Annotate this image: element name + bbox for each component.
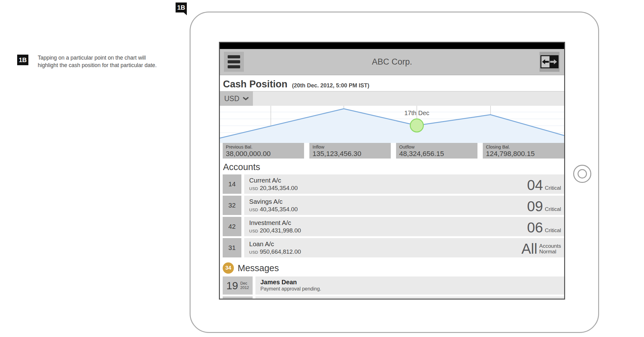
account-count: 42	[223, 217, 241, 236]
account-row-current[interactable]: 14 Current A/c USD20,345,354.00 04 Criti…	[223, 174, 564, 194]
app-title: ABC Corp.	[372, 57, 412, 67]
currency-dropdown[interactable]: USD	[220, 91, 253, 106]
account-amount: 950,664,812.00	[260, 248, 301, 255]
account-currency: USD	[249, 208, 258, 212]
account-name: Loan A/c	[249, 240, 301, 248]
cash-position-chart[interactable]: 17th Dec	[220, 106, 564, 143]
message-date: 19 Dec 2012	[223, 276, 253, 295]
account-amount: 40,345,354.00	[260, 206, 298, 212]
messages-badge: 34	[223, 262, 234, 274]
messages-title: Messages	[238, 263, 279, 273]
message-sender: James Dean	[260, 279, 564, 286]
hamburger-icon	[228, 55, 240, 58]
annotation-tag-top: 1B	[176, 2, 187, 12]
messages-heading: 34 Messages	[220, 259, 564, 276]
account-name: Current A/c	[249, 177, 298, 184]
message-sender: John Smith	[260, 299, 564, 300]
tablet-frame: ABC Corp. Cash Position (20th Dec. 2012,	[190, 12, 599, 333]
chevron-down-icon	[243, 97, 249, 100]
account-name: Savings A/c	[249, 198, 298, 205]
area-chart[interactable]	[220, 106, 564, 143]
currency-bar: USD	[220, 91, 564, 106]
account-count: 14	[223, 174, 241, 194]
cash-position-heading: Cash Position (20th Dec. 2012, 5:00 PM I…	[220, 75, 564, 91]
account-currency: USD	[249, 186, 258, 191]
account-count: 31	[223, 238, 241, 257]
annotation-note: Tapping on a particular point on the cha…	[38, 54, 159, 69]
cash-stats-row: Previous Bal. 38,000,000.00 Inflow 135,1…	[220, 143, 564, 159]
account-row-savings[interactable]: 32 Savings A/c USD40,345,354.00 09 Criti…	[223, 196, 564, 215]
message-row[interactable]: 19 Dec 2012 James Dean Payment approval …	[223, 276, 564, 295]
arrow-left-icon	[541, 56, 550, 67]
message-row[interactable]: 19 Dec 2012 John Smith	[223, 296, 564, 300]
account-status: All Accounts Normal	[521, 240, 561, 257]
account-row-investment[interactable]: 42 Investment A/c USD200,431,998.00 06 C…	[223, 217, 564, 236]
account-status: 09 Critical	[527, 198, 561, 215]
annotation-tag-top-label: 1B	[177, 4, 185, 11]
app-header: ABC Corp.	[220, 49, 564, 75]
page-title: Cash Position	[223, 79, 288, 90]
annotation-tag-side-label: 1B	[19, 56, 27, 64]
account-name: Investment A/c	[249, 219, 301, 227]
stat-closing-balance: Closing Bal. 124,798,800.15	[483, 143, 564, 159]
message-preview: Payment approval pending.	[260, 286, 564, 292]
arrow-right-icon	[550, 56, 558, 67]
page: 1B 1B Tapping on a particular point on t…	[0, 0, 644, 337]
account-row-loan[interactable]: 31 Loan A/c USD950,664,812.00 All Accoun…	[223, 238, 564, 257]
account-amount: 20,345,354.00	[260, 185, 298, 191]
currency-value: USD	[224, 95, 240, 103]
swap-arrows-icon	[540, 55, 559, 68]
stat-outflow: Outflow 48,324,656.15	[396, 143, 477, 159]
home-button[interactable]	[573, 165, 591, 183]
account-currency: USD	[249, 250, 258, 255]
stat-previous-balance: Previous Bal. 38,000,000.00	[223, 143, 304, 159]
account-count: 32	[223, 196, 241, 215]
cash-position-timestamp: (20th Dec. 2012, 5:00 PM IST)	[292, 82, 369, 89]
annotation-tag-side: 1B	[17, 55, 28, 65]
transfer-button[interactable]	[540, 52, 559, 72]
account-status: 04 Critical	[527, 177, 561, 194]
chart-point-label: 17th Dec	[398, 110, 435, 117]
account-currency: USD	[249, 229, 258, 233]
message-date: 19 Dec 2012	[223, 296, 253, 300]
status-bar	[220, 43, 564, 49]
account-status: 06 Critical	[527, 219, 561, 236]
home-button-icon	[578, 169, 587, 178]
stat-inflow: Inflow 135,123,456.30	[309, 143, 391, 159]
menu-button[interactable]	[224, 52, 244, 72]
accounts-title: Accounts	[220, 159, 564, 174]
account-amount: 200,431,998.00	[260, 227, 301, 234]
app-screen: ABC Corp. Cash Position (20th Dec. 2012,	[219, 42, 565, 300]
